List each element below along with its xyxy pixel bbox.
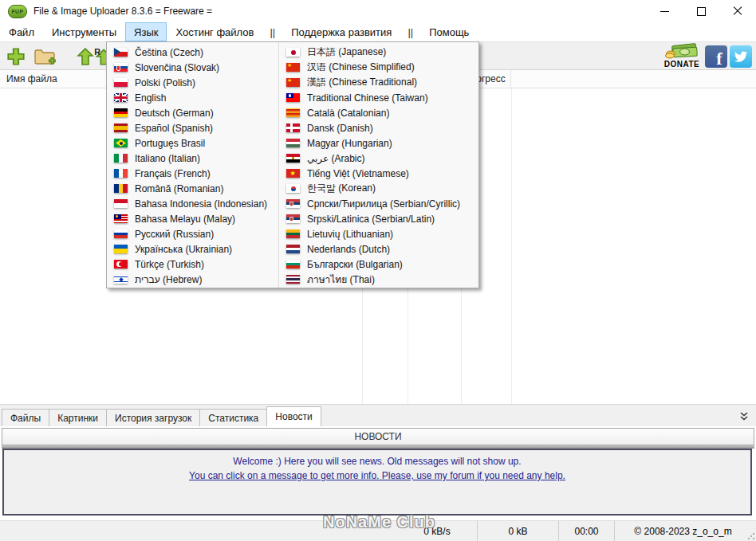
menubar-item[interactable]: Поддержка развития: [282, 22, 400, 41]
flag-bulgaria-icon: [286, 260, 300, 269]
language-menu-item[interactable]: Magyar (Hungarian): [279, 135, 478, 151]
svg-text:R: R: [94, 47, 100, 57]
close-button[interactable]: [719, 0, 756, 22]
language-menu-item[interactable]: 한국말 (Korean): [279, 181, 478, 196]
language-menu-item[interactable]: Portuguęs Brasil: [107, 135, 278, 151]
language-menu-item[interactable]: Deutsch (German): [107, 105, 278, 120]
language-label: Nederlands (Dutch): [307, 244, 390, 255]
language-menu-item[interactable]: عربي (Arabic): [279, 151, 478, 166]
flag-china-icon: [286, 78, 300, 87]
maximize-button[interactable]: [683, 0, 719, 22]
expand-tabs-button[interactable]: [738, 410, 750, 421]
flag-malaysia-icon: [114, 214, 128, 223]
language-label: Tiếng Việt (Vietnamese): [307, 168, 409, 179]
language-label: Portuguęs Brasil: [135, 138, 205, 149]
flag-serbia-icon: [286, 199, 300, 208]
flag-germany-icon: [114, 108, 128, 117]
language-label: 한국말 (Korean): [307, 182, 376, 195]
resize-grip[interactable]: [747, 532, 755, 540]
language-menu-popup: Čeština (Czech)Slovenčina (Slovak)Polski…: [106, 41, 479, 288]
language-menu-item[interactable]: Română (Romanian): [107, 181, 278, 196]
language-menu-item[interactable]: Čeština (Czech): [107, 45, 278, 60]
language-menu-item[interactable]: Slovenčina (Slovak): [107, 60, 278, 75]
tab[interactable]: Картинки: [49, 409, 107, 426]
flag-czech-icon: [114, 48, 128, 57]
language-label: Slovenčina (Slovak): [135, 62, 219, 73]
language-label: Dansk (Danish): [307, 123, 373, 134]
language-menu-item[interactable]: ภาษาไทย (Thai): [279, 272, 478, 287]
language-menu-item[interactable]: Bahasa Melayu (Malay): [107, 211, 278, 226]
language-menu-item[interactable]: 漢語 (Chinese Traditional): [279, 75, 478, 90]
twitter-button[interactable]: [730, 45, 752, 68]
menubar-item[interactable]: Помощь: [420, 22, 478, 41]
grid-line: [511, 88, 512, 404]
status-copyright: © 2008-2023 z_o_o_m: [614, 521, 751, 541]
tab[interactable]: Новости: [266, 406, 321, 426]
language-menu-item[interactable]: Tiếng Việt (Vietnamese): [279, 166, 478, 181]
language-label: Српски/Ћирилица (Serbian/Cyrillic): [307, 198, 460, 210]
menubar-item[interactable]: Инструменты: [43, 22, 125, 41]
language-menu-item[interactable]: Русский (Russian): [107, 226, 278, 241]
language-menu-item[interactable]: עברית (Hebrew): [107, 272, 278, 287]
language-menu-item[interactable]: 日本語 (Japanese): [279, 45, 478, 60]
language-menu-item[interactable]: Українська (Ukrainian): [107, 241, 278, 257]
language-label: Català (Catalonian): [307, 108, 389, 119]
language-menu-item[interactable]: Türkçe (Turkish): [107, 257, 278, 272]
language-menu-item[interactable]: English: [107, 90, 278, 105]
language-label: Srpski/Latinica (Serbian/Latin): [307, 214, 435, 225]
flag-ukraine-icon: [114, 245, 128, 253]
flag-spain-icon: [114, 123, 128, 132]
flag-lithuania-icon: [286, 229, 300, 238]
facebook-button[interactable]: f: [705, 45, 727, 68]
language-menu-item[interactable]: Български (Bulgarian): [279, 257, 478, 272]
flag-italy-icon: [114, 154, 128, 163]
add-files-button[interactable]: [4, 45, 28, 69]
language-label: Čeština (Czech): [135, 47, 203, 58]
flag-china-icon: [286, 63, 300, 72]
language-menu-item[interactable]: Traditional Chinese (Taiwan): [279, 90, 478, 105]
language-label: Українська (Ukrainian): [135, 244, 232, 255]
menubar-item[interactable]: Хостинг файлов: [167, 22, 262, 41]
app-window: FUP File & Image Uploader 8.3.6 = Freewa…: [0, 0, 756, 541]
language-menu-item[interactable]: Srpski/Latinica (Serbian/Latin): [279, 211, 478, 226]
flag-hungary-icon: [286, 139, 300, 147]
language-menu-item[interactable]: Nederlands (Dutch): [279, 241, 478, 257]
flag-romania-icon: [114, 184, 128, 193]
tab[interactable]: Статистика: [199, 409, 267, 426]
news-list: Welcome :) Here you will see news. Old m…: [2, 449, 752, 516]
language-menu-item[interactable]: Bahasa Indonesia (Indonesian): [107, 196, 278, 211]
bottom-tab-bar: ФайлыКартинкиИстория загрузокСтатистикаН…: [0, 404, 756, 426]
folder-plus-icon: [33, 46, 56, 67]
menubar-item[interactable]: Файл: [0, 22, 43, 41]
tab[interactable]: История загрузок: [106, 409, 200, 426]
menubar-separator: ||: [262, 22, 282, 41]
language-menu-column-left: Čeština (Czech)Slovenčina (Slovak)Polski…: [107, 42, 278, 288]
add-folder-button[interactable]: [33, 45, 57, 69]
donate-button[interactable]: DONATE: [659, 43, 705, 70]
language-label: Türkçe (Turkish): [135, 259, 204, 270]
flag-poland-icon: [114, 78, 128, 87]
language-menu-item[interactable]: 汉语 (Chinese Simplified): [279, 60, 478, 75]
language-label: ภาษาไทย (Thai): [307, 272, 375, 287]
language-menu-item[interactable]: Français (French): [107, 166, 278, 181]
language-menu-item[interactable]: Српски/Ћирилица (Serbian/Cyrillic): [279, 196, 478, 211]
facebook-icon: f: [716, 49, 722, 68]
watermark: NoNaMe Club: [323, 513, 435, 531]
language-menu-item[interactable]: Polski (Polish): [107, 75, 278, 90]
language-label: Русский (Russian): [135, 229, 214, 240]
language-label: عربي (Arabic): [307, 153, 364, 164]
language-menu-item[interactable]: Español (Spanish): [107, 120, 278, 135]
tab[interactable]: Файлы: [2, 409, 49, 426]
flag-indonesia-icon: [114, 199, 128, 208]
language-menu-item[interactable]: Italiano (Italian): [107, 151, 278, 166]
menubar-item[interactable]: Язык: [125, 22, 167, 41]
flag-russia-icon: [114, 229, 128, 238]
language-menu-item[interactable]: Dansk (Danish): [279, 120, 478, 135]
minimize-button[interactable]: [646, 0, 683, 22]
news-message-link[interactable]: You can click on a message to get more i…: [4, 470, 750, 481]
language-menu-item[interactable]: Lietuvių (Lithuanian): [279, 226, 478, 241]
flag-slovak-icon: [114, 63, 128, 72]
flag-netherlands-icon: [286, 245, 300, 253]
menu-bar: ФайлИнструментыЯзыкХостинг файлов||Подде…: [0, 22, 756, 41]
language-menu-item[interactable]: Català (Catalonian): [279, 105, 478, 120]
